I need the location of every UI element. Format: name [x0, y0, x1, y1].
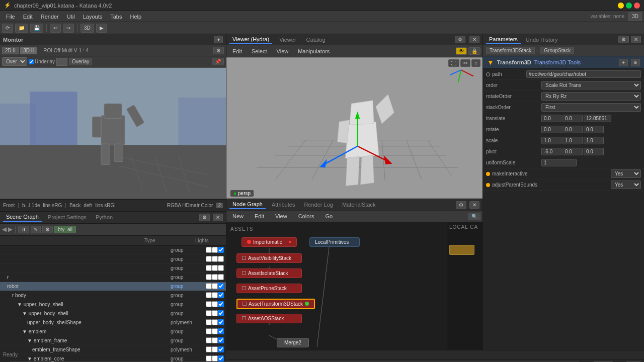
translate-y-input[interactable] [562, 115, 583, 122]
rotate-x-input[interactable] [541, 126, 561, 133]
node-importomatic[interactable]: Importomatic ■ [242, 237, 297, 247]
rotate-order-select[interactable]: Rx Ry Rz [541, 92, 641, 101]
table-row[interactable]: upper_body_shellShape polymesh [0, 318, 226, 327]
sg-filter-btn[interactable]: ⚙ [42, 226, 53, 233]
toolbar-open[interactable]: 📁 [15, 24, 28, 33]
row-lock-check[interactable] [212, 256, 218, 262]
row-vis-check[interactable] [206, 319, 212, 325]
node-local-primitives[interactable]: LocalPrimitives [309, 237, 360, 247]
row-lock-check[interactable] [212, 301, 218, 307]
viewport-crop[interactable]: ✂ [460, 59, 470, 67]
node-add-btn[interactable]: + [619, 59, 628, 66]
row-vis-check[interactable] [206, 346, 212, 352]
row-vis-check[interactable] [206, 310, 212, 316]
tab-scene-graph[interactable]: Scene Graph [3, 213, 42, 222]
table-row[interactable]: r group [0, 273, 226, 282]
close-button[interactable] [634, 3, 640, 9]
row-light-check[interactable] [218, 283, 224, 289]
uniform-scale-input[interactable] [541, 159, 577, 166]
menu-edit[interactable]: Edit [19, 13, 37, 21]
monitor-collapse[interactable]: ▾ [214, 36, 223, 43]
node-tools-btn[interactable]: ≡ [631, 59, 640, 66]
underlay-checkbox[interactable] [29, 59, 34, 64]
ng-menu-colors[interactable]: Colors [294, 212, 318, 220]
table-row[interactable]: ▼ emblem_frame group [0, 336, 226, 345]
table-row[interactable]: group [0, 246, 226, 255]
node-asset-visibility[interactable]: AssetVisibilityStack [236, 253, 302, 263]
make-interactive-select[interactable]: Yes No [611, 169, 641, 178]
row-vis-check[interactable] [206, 247, 212, 253]
table-row[interactable]: robot group [0, 282, 226, 291]
minimize-button[interactable] [618, 3, 624, 9]
mode-2d-btn[interactable]: 2D II [2, 47, 19, 54]
tab-render-log[interactable]: Render Log [301, 201, 336, 209]
tab-viewer-hydra[interactable]: Viewer (Hydra) [229, 35, 272, 44]
row-lock-check[interactable] [212, 274, 218, 280]
row-lock-check[interactable] [212, 346, 218, 352]
table-row[interactable]: ▼ upper_body_shell group [0, 309, 226, 318]
row-light-check[interactable] [218, 265, 224, 271]
row-light-check[interactable] [218, 301, 224, 307]
node-asset-aos[interactable]: AssetAOSStack [236, 314, 302, 323]
row-vis-check[interactable] [206, 337, 212, 343]
ng-close[interactable]: ✕ [469, 201, 479, 209]
node-expand-icon[interactable]: ▼ [487, 58, 494, 66]
row-vis-check[interactable] [206, 274, 212, 280]
node-graph-canvas[interactable]: ASSETS Importomatic ■ [226, 222, 482, 350]
table-row[interactable]: ▼ upper_body_shell group [0, 300, 226, 309]
viewer-settings[interactable]: ⚙ [455, 36, 465, 43]
row-light-check[interactable] [218, 274, 224, 280]
node-asset-isolate[interactable]: AssetIsolateStack [236, 268, 302, 278]
tab-project-settings[interactable]: Project Settings [45, 213, 90, 221]
row-vis-check[interactable] [206, 256, 212, 262]
over-select[interactable]: Over [2, 57, 27, 66]
table-row[interactable]: ▼ emblem group [0, 327, 226, 336]
breadcrumb-groupstack[interactable]: GroupStack [540, 47, 574, 54]
viewport-maximize[interactable]: ⛶ [448, 59, 459, 67]
row-light-check[interactable] [218, 319, 224, 325]
overlay-btn[interactable]: Overlay [69, 58, 92, 65]
node-asset-prune[interactable]: AssetPruneStack [236, 284, 302, 293]
row-vis-check[interactable] [206, 292, 212, 298]
menu-tabs[interactable]: Tabs [106, 13, 126, 21]
viewport-menu[interactable]: ≡ [471, 59, 480, 67]
row-light-check[interactable] [218, 328, 224, 334]
menu-layouts[interactable]: Layouts [79, 13, 107, 21]
row-light-check[interactable] [218, 292, 224, 298]
pivot-x-input[interactable] [541, 148, 561, 155]
viewer-menu-view[interactable]: View [273, 47, 293, 55]
node-merge2[interactable]: Merge2 [277, 338, 309, 347]
viewer-camera-btn[interactable]: 👁 [456, 47, 467, 55]
adjust-parent-select[interactable]: Yes No [611, 180, 641, 189]
tab-material-stack[interactable]: MaterialStack [339, 201, 379, 209]
maximize-button[interactable] [626, 3, 632, 9]
row-lock-check[interactable] [212, 337, 218, 343]
sg-back-btn[interactable]: ◀ [2, 226, 7, 233]
row-light-check[interactable] [218, 247, 224, 253]
monitor-viewport[interactable] [0, 67, 226, 199]
sg-root[interactable]: bty_all [54, 226, 76, 233]
pivot-z-input[interactable] [584, 148, 604, 155]
viewer-menu-edit[interactable]: Edit [228, 47, 246, 55]
table-row[interactable]: group [0, 264, 226, 273]
row-lock-check[interactable] [212, 283, 218, 289]
tab-python[interactable]: Python [93, 213, 116, 221]
viewer-menu-manipulators[interactable]: Manipulators [294, 47, 334, 55]
row-lock-check[interactable] [212, 247, 218, 253]
sg-close-btn[interactable]: ✕ [213, 214, 223, 221]
row-vis-check[interactable] [206, 301, 212, 307]
tab-undo-history[interactable]: Undo History [523, 36, 561, 44]
tab-attributes[interactable]: Attributes [269, 201, 298, 209]
toolbar-new[interactable]: ⟳ [2, 24, 13, 33]
scale-y-input[interactable] [562, 137, 583, 144]
mode-3d-btn[interactable]: 3D II [20, 47, 37, 54]
toolbar-render[interactable]: ▶ [96, 24, 107, 33]
order-select[interactable]: Scale Rot Trans [541, 81, 641, 89]
row-light-check[interactable] [218, 337, 224, 343]
3d-toggle[interactable]: 3D [628, 12, 642, 21]
local-ca-node[interactable] [449, 245, 474, 255]
row-light-check[interactable] [218, 310, 224, 316]
sg-pause-btn[interactable]: ⏸ [18, 226, 29, 233]
tab-viewer[interactable]: Viewer [276, 36, 299, 44]
toolbar-redo[interactable]: ↪ [63, 24, 74, 33]
